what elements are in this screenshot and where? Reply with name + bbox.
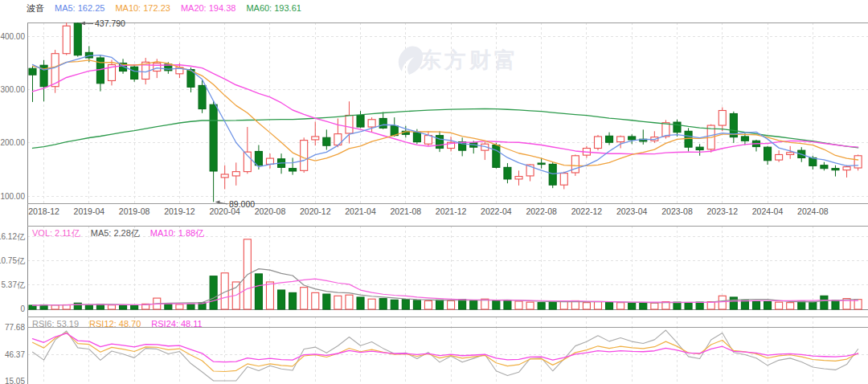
- annotations-layer: [80, 22, 227, 204]
- date-axis-tick: 2021-08: [391, 206, 422, 216]
- main-panel-legend: 波音 MA5: 162.25MA10: 172.23MA20: 194.38MA…: [27, 3, 301, 14]
- date-axis-tick: 2024-08: [797, 206, 829, 216]
- date-axis-tick: 2022-12: [571, 206, 603, 216]
- date-axis-tick: 2023-12: [706, 206, 738, 216]
- ma-legend-item: MA5: 162.25: [55, 3, 104, 14]
- low-price-annotation: 89.000: [229, 199, 255, 209]
- rsi-legend-item: RSI12: 48.70: [89, 319, 141, 329]
- eastmoney-watermark: 东方财富: [399, 46, 519, 75]
- ma-legend-item: MA10: 172.23: [115, 3, 170, 14]
- date-axis-tick: 2023-08: [661, 206, 693, 216]
- date-axis-tick: 2020-12: [300, 206, 331, 216]
- vol-legend-item: VOL: 2.11亿: [32, 228, 80, 239]
- high-price-annotation: 437.790: [95, 18, 125, 28]
- volume-panel-legend: VOL: 2.11亿MA5: 2.28亿MA10: 1.88亿: [32, 228, 204, 239]
- panel-borders: [27, 22, 868, 384]
- svg-text:东方财富: 东方财富: [419, 48, 519, 72]
- rsi-legend-item: RSI6: 53.19: [32, 319, 79, 329]
- price-axis-tick: 100.00: [0, 192, 25, 201]
- stock-title: 波音: [27, 3, 44, 14]
- volume-axis-tick: 5.37亿: [2, 280, 26, 289]
- date-axis-tick: 2024-04: [752, 206, 784, 216]
- rsi-lines-layer: [33, 330, 858, 381]
- vol-legend-item: MA10: 1.88亿: [150, 228, 204, 239]
- date-axis-tick: 2021-12: [436, 206, 467, 216]
- vol-legend-item: MA5: 2.28亿: [91, 228, 140, 239]
- volume-axis-tick: 16.12亿: [0, 232, 26, 241]
- volume-axis-tick: 0: [20, 304, 25, 313]
- stock-kline-chart: 东方财富400.00300.00200.00100.0016.12亿10.75亿…: [0, 0, 868, 384]
- date-axis-tick: 2019-04: [74, 206, 105, 216]
- price-axis-tick: 300.00: [0, 85, 25, 94]
- rsi-panel-legend: RSI6: 53.19RSI12: 48.70RSI24: 48.11: [32, 319, 203, 329]
- date-axis-tick: 2019-08: [119, 206, 150, 216]
- price-axis-tick: 200.00: [0, 138, 25, 147]
- date-axis-tick: 2022-04: [481, 206, 512, 216]
- rsi-axis-tick: 77.68: [5, 323, 25, 332]
- rsi-axis-tick: 46.37: [5, 350, 25, 359]
- rsi-axis-tick: 15.05: [5, 377, 25, 384]
- ma-legend-item: MA20: 194.38: [181, 3, 236, 14]
- volume-axis-tick: 10.75亿: [0, 256, 26, 265]
- price-axis-tick: 400.00: [0, 32, 25, 41]
- date-axis-tick: 2019-12: [164, 206, 195, 216]
- date-axis-tick: 2021-04: [345, 206, 376, 216]
- date-axis-tick: 2023-04: [616, 206, 648, 216]
- rsi-legend-item: RSI24: 48.11: [151, 319, 202, 329]
- date-axis-tick: 2022-08: [526, 206, 557, 216]
- date-axis-tick: 2018-12: [28, 206, 59, 216]
- ma-legend-item: MA60: 193.61: [246, 3, 301, 14]
- date-axis-tick: 2020-08: [255, 206, 286, 216]
